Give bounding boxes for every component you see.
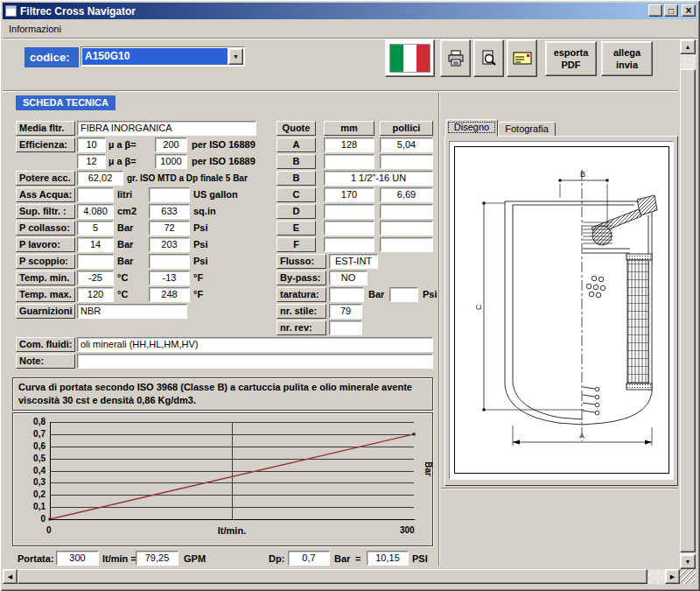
- tech-row-label: P collasso:: [16, 221, 75, 236]
- title-bar: Filtrec Cross Navigator _ □ ×: [3, 3, 697, 19]
- toolbar-separator: [3, 90, 678, 92]
- codice-label: codice:: [24, 47, 79, 67]
- chart-y-tick-label: 0,7: [18, 429, 46, 439]
- attach-send-label-line1: allega: [613, 46, 640, 59]
- tech-row-value-2[interactable]: 203: [149, 237, 190, 252]
- quote-row-mm-field[interactable]: [324, 204, 374, 219]
- taratura-psi-field[interactable]: [389, 287, 418, 302]
- tech-row-value-1[interactable]: [77, 254, 114, 269]
- efficienza-micron-field-1[interactable]: 10: [77, 137, 106, 152]
- export-pdf-button[interactable]: esporta PDF: [545, 41, 597, 76]
- tech-row-unit-1: Bar: [117, 256, 133, 266]
- quote-row-inch-field[interactable]: [380, 204, 433, 219]
- horizontal-scrollbar[interactable]: ◀ ▶: [3, 569, 680, 584]
- combobox-dropdown-button[interactable]: ▼: [228, 48, 243, 65]
- quote-row-mm-field[interactable]: 170: [324, 187, 374, 202]
- efficienza-beta-field-1[interactable]: 200: [155, 137, 187, 152]
- drawing-canvas: B C A: [454, 146, 669, 474]
- nr-stile-label: nr. stile:: [276, 304, 326, 319]
- flusso-field[interactable]: EST-INT: [329, 254, 378, 269]
- gpm-field[interactable]: 79,25: [136, 551, 178, 566]
- codice-combobox[interactable]: A150G10 ▼: [80, 46, 245, 67]
- nr-rev-field[interactable]: [329, 320, 362, 335]
- efficienza-beta-field-2[interactable]: 1000: [155, 154, 187, 169]
- tech-row-unit-2: US gallon: [193, 189, 238, 200]
- vertical-scrollbar-thumb[interactable]: [680, 69, 696, 552]
- dim-c-label: C: [474, 304, 483, 310]
- quote-row-label: F: [276, 237, 316, 252]
- tab-fotografia[interactable]: Fotografia: [498, 122, 556, 136]
- minimize-button[interactable]: _: [648, 4, 662, 17]
- tech-row-unit-2: °F: [193, 289, 203, 299]
- quote-row-inch-field[interactable]: 6,69: [380, 187, 433, 202]
- taratura-bar-field[interactable]: [329, 287, 364, 302]
- note-field[interactable]: [77, 354, 433, 369]
- dp-field[interactable]: 0,7: [288, 551, 330, 566]
- attach-send-button[interactable]: allega invia: [601, 41, 653, 76]
- menu-item-informazioni[interactable]: Informazioni: [3, 22, 67, 36]
- portata-field[interactable]: 300: [56, 551, 99, 566]
- tech-row-value-1[interactable]: 4.080: [77, 204, 114, 219]
- quote-row-mm-field[interactable]: 128: [324, 137, 374, 152]
- tech-row-label: P scoppio:: [16, 254, 75, 269]
- ltmin-equals-label: lt/min =: [102, 553, 136, 564]
- quote-row-span-field[interactable]: 1 1/2"-16 UN: [324, 171, 433, 186]
- tech-row-value-1[interactable]: 14: [77, 237, 114, 252]
- tab-disegno[interactable]: Disegno: [445, 119, 498, 137]
- tech-row-value-2[interactable]: 633: [149, 204, 190, 219]
- com-fluidi-field[interactable]: oli minerali (HH,HL,HM,HV): [77, 337, 433, 352]
- tech-row-value-2[interactable]: [149, 254, 190, 269]
- print-button[interactable]: [440, 39, 471, 77]
- tech-row-value-2[interactable]: [149, 187, 190, 202]
- quote-row-inch-field[interactable]: [380, 154, 433, 169]
- tech-row-label: Temp. max.: [16, 287, 75, 302]
- vertical-scrollbar[interactable]: ▲ ▼: [680, 39, 696, 569]
- bypass-field[interactable]: NO: [329, 271, 368, 285]
- tech-row-value-1[interactable]: 5: [77, 221, 114, 236]
- scroll-down-button[interactable]: ▼: [680, 554, 696, 569]
- media-filtrante-field[interactable]: FIBRA INORGANICA: [77, 121, 256, 136]
- quote-row-mm-field[interactable]: [324, 221, 374, 236]
- potere-field[interactable]: 62,02: [77, 171, 123, 186]
- preview-button[interactable]: [473, 39, 504, 77]
- tech-row-value-2[interactable]: -13: [149, 271, 190, 285]
- close-button[interactable]: ×: [682, 4, 696, 17]
- nr-rev-label: nr. rev:: [276, 320, 326, 335]
- tech-row-unit-2: sq.in: [193, 206, 216, 216]
- note-label: Note:: [16, 354, 75, 369]
- scroll-left-button[interactable]: ◀: [3, 569, 18, 584]
- tech-row-value-1[interactable]: [77, 187, 114, 202]
- chart-y-tick-label: 0: [18, 514, 46, 524]
- quote-row-mm-field[interactable]: [324, 237, 374, 252]
- guarnizioni-field[interactable]: NBR: [77, 304, 187, 319]
- resize-grip[interactable]: [680, 569, 696, 584]
- tech-row-value-1[interactable]: 120: [77, 287, 114, 302]
- tech-row-label: Temp. min.: [16, 271, 75, 285]
- language-flag-button[interactable]: [385, 39, 435, 77]
- taratura-psi-unit: Psi: [423, 289, 438, 299]
- tech-row-unit-1: cm2: [117, 206, 136, 216]
- scroll-right-button[interactable]: ▶: [665, 569, 680, 584]
- quote-row-inch-field[interactable]: [380, 221, 433, 236]
- psi-field[interactable]: 10,15: [367, 551, 409, 566]
- email-button[interactable]: [507, 39, 537, 77]
- portata-label: Portata:: [18, 553, 54, 564]
- tech-row-label: P lavoro:: [16, 237, 75, 252]
- quote-row-inch-field[interactable]: 5,04: [380, 137, 433, 152]
- efficienza-micron-field-2[interactable]: 12: [77, 154, 106, 169]
- export-pdf-label-line2: PDF: [562, 59, 581, 71]
- tech-row-value-1[interactable]: -25: [77, 271, 114, 285]
- section-title: SCHEDA TECNICA: [16, 95, 116, 110]
- maximize-button[interactable]: □: [664, 4, 678, 17]
- nr-stile-field[interactable]: 79: [329, 304, 362, 319]
- scroll-up-button[interactable]: ▲: [680, 39, 696, 54]
- tech-row-value-2[interactable]: 248: [149, 287, 190, 302]
- efficienza-suffix-1: per ISO 16889: [192, 139, 256, 150]
- horizontal-scrollbar-thumb[interactable]: [18, 569, 648, 584]
- mm-header: mm: [324, 121, 374, 136]
- right-panel-bottom-separator: [441, 488, 678, 489]
- chart-y-tick-label: 0,3: [18, 477, 46, 487]
- quote-row-mm-field[interactable]: [324, 154, 374, 169]
- tech-row-value-2[interactable]: 72: [149, 221, 190, 236]
- quote-row-inch-field[interactable]: [380, 237, 433, 252]
